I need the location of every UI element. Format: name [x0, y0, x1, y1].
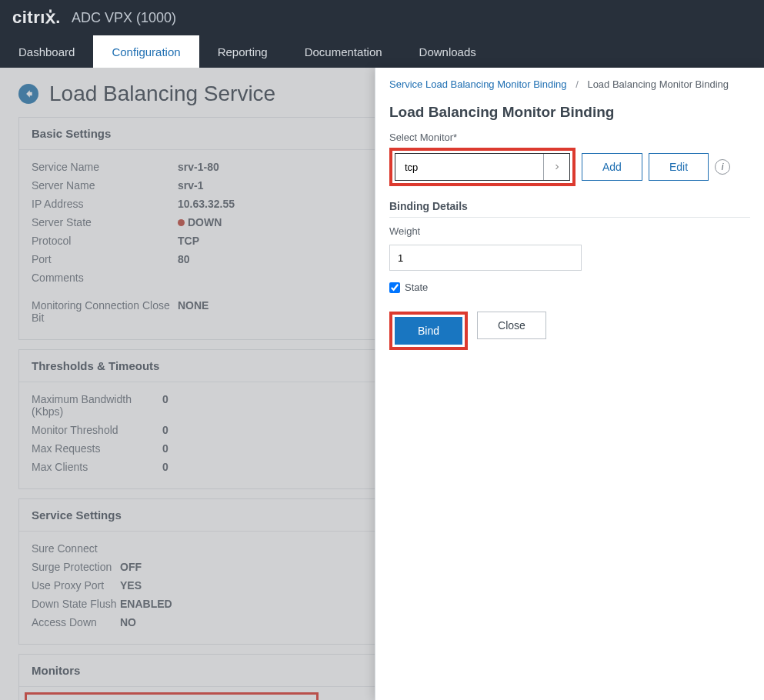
- select-monitor[interactable]: [395, 153, 570, 181]
- label-mt: Monitor Threshold: [32, 424, 162, 436]
- state-label: State: [405, 282, 428, 293]
- breadcrumb-parent[interactable]: Service Load Balancing Monitor Binding: [389, 78, 567, 90]
- value-proto: TCP: [178, 235, 199, 247]
- label-state: Server State: [32, 216, 178, 228]
- label-proto: Protocol: [32, 235, 178, 247]
- value-mccb: NONE: [178, 299, 209, 324]
- value-mt: 0: [162, 424, 168, 436]
- label-bw: Maximum Bandwidth (Kbps): [32, 393, 162, 418]
- tab-reporting[interactable]: Reporting: [199, 35, 286, 68]
- label-proxy: Use Proxy Port: [32, 579, 120, 592]
- value-state: DOWN: [178, 216, 222, 228]
- highlight-bind-button: Bind: [389, 312, 468, 350]
- label-dsf: Down State Flush: [32, 598, 120, 610]
- state-checkbox[interactable]: [389, 282, 400, 293]
- breadcrumb-current: Load Balancing Monitor Binding: [587, 78, 729, 90]
- label-ip: IP Address: [32, 198, 178, 210]
- breadcrumb: Service Load Balancing Monitor Binding /…: [389, 78, 750, 90]
- add-button[interactable]: Add: [582, 153, 642, 181]
- label-mr: Max Requests: [32, 442, 162, 455]
- label-service-name: Service Name: [32, 161, 178, 173]
- chevron-right-icon[interactable]: [543, 154, 569, 180]
- label-surge: Surge Protection: [32, 561, 120, 573]
- select-monitor-input[interactable]: [395, 154, 543, 180]
- info-icon[interactable]: i: [715, 159, 730, 175]
- label-mc: Max Clients: [32, 461, 162, 473]
- tab-dashboard[interactable]: Dashboard: [0, 35, 93, 68]
- highlight-select-monitor: [389, 148, 576, 186]
- edit-button[interactable]: Edit: [649, 153, 709, 181]
- value-port: 80: [178, 253, 190, 265]
- close-button[interactable]: Close: [477, 312, 546, 339]
- state-dot-icon: [178, 219, 185, 226]
- product-name: ADC VPX (1000): [72, 10, 176, 26]
- main-tabs: Dashboard Configuration Reporting Docume…: [0, 35, 764, 68]
- monitor-binding-link[interactable]: 1Service to Load Balancing Monitor Bindi…: [25, 693, 318, 700]
- label-weight: Weight: [389, 225, 750, 237]
- tab-configuration[interactable]: Configuration: [93, 35, 199, 68]
- value-server-name: srv-1: [178, 179, 203, 192]
- label-ad: Access Down: [32, 616, 120, 628]
- label-server-name: Server Name: [32, 179, 178, 192]
- weight-input[interactable]: [389, 245, 582, 271]
- state-text: DOWN: [188, 216, 222, 228]
- value-mc: 0: [162, 461, 168, 473]
- value-mr: 0: [162, 442, 168, 455]
- value-service-name: srv-1-80: [178, 161, 219, 173]
- panel-title: Load Balancing Monitor Binding: [389, 104, 750, 121]
- page-title: Load Balancing Service: [49, 82, 275, 106]
- tab-downloads[interactable]: Downloads: [401, 35, 495, 68]
- label-port: Port: [32, 253, 178, 265]
- brand-logo: citrıẋ.: [12, 8, 61, 28]
- value-ad: NO: [120, 616, 136, 628]
- value-bw: 0: [162, 393, 168, 418]
- value-ip: 10.63.32.55: [178, 198, 235, 210]
- bind-button[interactable]: Bind: [395, 317, 462, 345]
- label-select-monitor: Select Monitor*: [389, 132, 750, 143]
- topbar: citrıẋ. ADC VPX (1000): [0, 0, 764, 35]
- state-checkbox-row[interactable]: State: [389, 282, 750, 293]
- tab-documentation[interactable]: Documentation: [286, 35, 401, 68]
- label-comments: Comments: [32, 272, 178, 284]
- back-icon[interactable]: [18, 84, 38, 104]
- value-surge: OFF: [120, 561, 142, 573]
- breadcrumb-sep: /: [576, 78, 579, 90]
- binding-panel: Service Load Balancing Monitor Binding /…: [375, 68, 764, 700]
- label-sure: Sure Connect: [32, 542, 120, 555]
- label-mccb: Monitoring Connection Close Bit: [32, 299, 178, 324]
- value-proxy: YES: [120, 579, 142, 592]
- value-dsf: ENABLED: [120, 598, 172, 610]
- binding-details-head: Binding Details: [389, 200, 750, 218]
